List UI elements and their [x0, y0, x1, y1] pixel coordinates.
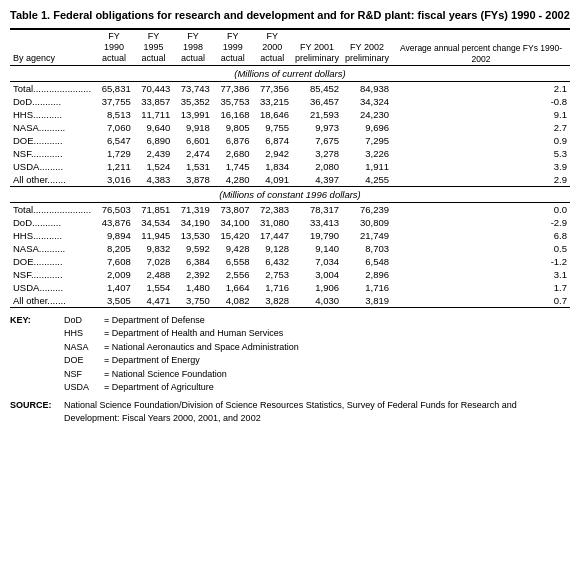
- key-definition: = Department of Health and Human Service…: [104, 327, 283, 341]
- key-item: HHS= Department of Health and Human Serv…: [64, 327, 570, 341]
- table-cell: 77,386: [213, 81, 253, 95]
- table-title: Table 1. Federal obligations for researc…: [10, 8, 570, 22]
- table-cell: All other.......: [10, 173, 94, 187]
- table-cell: 35,753: [213, 95, 253, 108]
- table-cell: 9,128: [252, 242, 292, 255]
- table-cell: 76,503: [94, 202, 134, 216]
- col-header-fy2000: FY 2000actual: [252, 29, 292, 65]
- table-cell: 85,452: [292, 81, 342, 95]
- table-cell: NASA..........: [10, 121, 94, 134]
- table-cell: 0.0: [392, 202, 570, 216]
- table-cell: 31,080: [252, 216, 292, 229]
- table-cell: 7,295: [342, 134, 392, 147]
- table-cell: 6,874: [252, 134, 292, 147]
- table-cell: HHS...........: [10, 108, 94, 121]
- table-cell: 1,211: [94, 160, 134, 173]
- table-cell: 71,319: [173, 202, 213, 216]
- table-cell: 2,556: [213, 268, 253, 281]
- table-cell: 4,255: [342, 173, 392, 187]
- table-cell: 33,857: [134, 95, 174, 108]
- table-cell: 1,906: [292, 281, 342, 294]
- table-cell: 34,534: [134, 216, 174, 229]
- table-cell: 2,753: [252, 268, 292, 281]
- table-cell: 30,809: [342, 216, 392, 229]
- table-cell: 78,317: [292, 202, 342, 216]
- key-abbr: DoD: [64, 314, 104, 328]
- table-cell: 1,716: [342, 281, 392, 294]
- table-cell: USDA.........: [10, 160, 94, 173]
- table-cell: 84,938: [342, 81, 392, 95]
- table-cell: Total......................: [10, 202, 94, 216]
- table-cell: 9,805: [213, 121, 253, 134]
- col-header-fy2002: FY 2002preliminary: [342, 29, 392, 65]
- table-cell: 3,878: [173, 173, 213, 187]
- table-cell: 3,505: [94, 294, 134, 308]
- table-cell: 36,457: [292, 95, 342, 108]
- table-cell: 0.7: [392, 294, 570, 308]
- table-cell: 13,991: [173, 108, 213, 121]
- table-cell: 6,890: [134, 134, 174, 147]
- table-cell: 9,973: [292, 121, 342, 134]
- table-cell: 3.1: [392, 268, 570, 281]
- table-cell: 9,640: [134, 121, 174, 134]
- table-cell: 21,593: [292, 108, 342, 121]
- table-cell: 11,711: [134, 108, 174, 121]
- table-cell: HHS...........: [10, 229, 94, 242]
- table-cell: 1,834: [252, 160, 292, 173]
- table-cell: 2,942: [252, 147, 292, 160]
- table-cell: 3,226: [342, 147, 392, 160]
- key-item: USDA= Department of Agriculture: [64, 381, 570, 395]
- table-cell: 3,828: [252, 294, 292, 308]
- table-cell: 7,608: [94, 255, 134, 268]
- table-cell: 34,100: [213, 216, 253, 229]
- table-cell: 2,392: [173, 268, 213, 281]
- key-abbr: USDA: [64, 381, 104, 395]
- key-abbr: NSF: [64, 368, 104, 382]
- table-cell: 73,743: [173, 81, 213, 95]
- table-cell: All other.......: [10, 294, 94, 308]
- key-definition: = Department of Energy: [104, 354, 200, 368]
- table-cell: 2,474: [173, 147, 213, 160]
- table-cell: 4,280: [213, 173, 253, 187]
- table-cell: 9,755: [252, 121, 292, 134]
- table-cell: 18,646: [252, 108, 292, 121]
- table-cell: 4,397: [292, 173, 342, 187]
- table-cell: 8,513: [94, 108, 134, 121]
- table-cell: 1,664: [213, 281, 253, 294]
- table-cell: 35,352: [173, 95, 213, 108]
- table-cell: 24,230: [342, 108, 392, 121]
- table-cell: 9,918: [173, 121, 213, 134]
- table-cell: 6,547: [94, 134, 134, 147]
- key-item: DoD= Department of Defense: [64, 314, 570, 328]
- table-cell: 1,745: [213, 160, 253, 173]
- table-cell: 33,215: [252, 95, 292, 108]
- table-cell: Total......................: [10, 81, 94, 95]
- key-definition: = Department of Defense: [104, 314, 205, 328]
- table-cell: 15,420: [213, 229, 253, 242]
- table-cell: 7,060: [94, 121, 134, 134]
- table-cell: 17,447: [252, 229, 292, 242]
- table-cell: 3.9: [392, 160, 570, 173]
- table-cell: 3,750: [173, 294, 213, 308]
- table-cell: 1.7: [392, 281, 570, 294]
- table-cell: 9.1: [392, 108, 570, 121]
- col-header-fy1999: FY 1999actual: [213, 29, 253, 65]
- table-cell: 2,009: [94, 268, 134, 281]
- table-cell: 37,755: [94, 95, 134, 108]
- table-cell: NSF............: [10, 147, 94, 160]
- table-cell: 76,239: [342, 202, 392, 216]
- table-cell: 11,945: [134, 229, 174, 242]
- table-cell: 34,190: [173, 216, 213, 229]
- table-cell: 1,716: [252, 281, 292, 294]
- table-cell: 6,432: [252, 255, 292, 268]
- table-cell: 6,548: [342, 255, 392, 268]
- table-cell: 6,601: [173, 134, 213, 147]
- table-cell: 1,554: [134, 281, 174, 294]
- col-header-fy1990: FY 1990actual: [94, 29, 134, 65]
- table-cell: 43,876: [94, 216, 134, 229]
- table-cell: 7,028: [134, 255, 174, 268]
- table-cell: 9,832: [134, 242, 174, 255]
- table-cell: 1,407: [94, 281, 134, 294]
- table-cell: -0.8: [392, 95, 570, 108]
- table-cell: 13,530: [173, 229, 213, 242]
